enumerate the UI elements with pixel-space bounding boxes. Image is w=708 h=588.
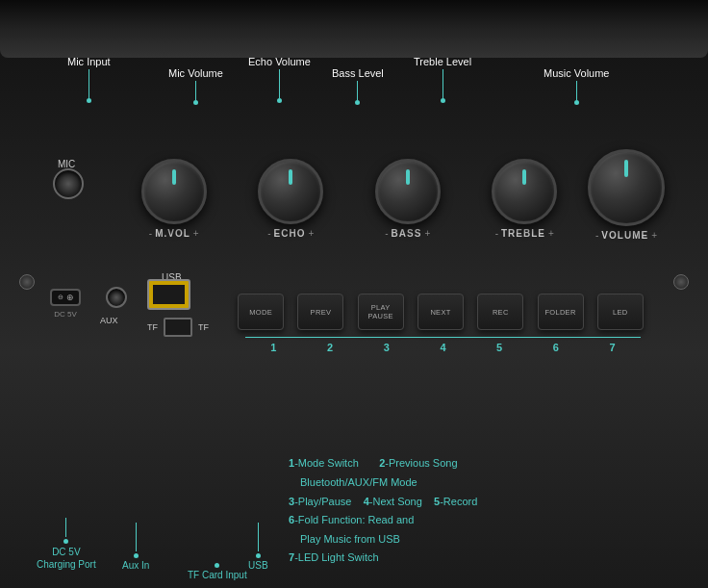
- mic-vol-minus: -: [149, 228, 152, 239]
- treble-level-label: Treble Level: [414, 56, 471, 67]
- num-5: 5: [476, 342, 522, 353]
- aux-in-jack[interactable]: [106, 287, 127, 308]
- top-bar: [0, 0, 708, 58]
- mic-input-jack[interactable]: [53, 168, 84, 199]
- tf-card-annotation: TF Card Input: [188, 570, 247, 580]
- next-button[interactable]: NEXT: [417, 294, 464, 330]
- music-volume-label: Music Volume: [544, 67, 609, 79]
- rec-button[interactable]: REC: [477, 294, 523, 330]
- teal-separator: [245, 337, 641, 338]
- desc-bt-mode: Bluetooth/AUX/FM Mode: [289, 474, 689, 492]
- desc-text-2: -Previous Song: [385, 457, 457, 469]
- descriptions-area: 1-Mode Switch 2-Previous Song Bluetooth/…: [289, 455, 689, 569]
- desc-text-4: -Next Song: [369, 496, 422, 507]
- desc-6: 6-Fold Function: Read and: [289, 512, 689, 529]
- tf-label-1: TF: [147, 322, 158, 332]
- screw-left: [19, 274, 35, 290]
- mic-vol-knob-group: - M.VOL +: [141, 159, 207, 239]
- desc-1-2: 1-Mode Switch 2-Previous Song: [289, 455, 689, 473]
- desc-text-6b: Play Music from USB: [289, 533, 400, 545]
- desc-7: 7-LED Light Switch: [289, 550, 689, 567]
- desc-bt-text: Bluetooth/AUX/FM Mode: [289, 476, 417, 488]
- mode-button[interactable]: MODE: [238, 294, 284, 330]
- mic-vol-label-row: - M.VOL +: [149, 228, 199, 239]
- treble-minus: -: [495, 228, 498, 239]
- bass-label-row: - BASS +: [385, 228, 430, 239]
- dc5v-annotation: DC 5VCharging Port: [37, 546, 96, 571]
- music-vol-knob[interactable]: [588, 149, 665, 226]
- music-vol-plus: +: [651, 230, 657, 241]
- dc-port-sublabel: DC 5V: [54, 310, 77, 319]
- echo-knob-group: - ECHO +: [258, 159, 323, 239]
- speaker-panel: Mic Input Mic Volume Echo Volume Bass Le…: [0, 0, 708, 588]
- echo-volume-label: Echo Volume: [248, 56, 311, 67]
- mic-vol-knob[interactable]: [141, 159, 207, 224]
- aux-in-annotation: Aux In: [122, 560, 149, 571]
- bass-plus: +: [424, 228, 430, 239]
- num-7: 7: [590, 342, 636, 353]
- aux-small-label: AUX: [100, 316, 118, 325]
- usb-port[interactable]: [147, 279, 190, 310]
- treble-plus: +: [548, 228, 554, 239]
- echo-label-row: - ECHO +: [267, 228, 314, 239]
- knobs-row: - M.VOL + - ECHO + - BASS +: [115, 159, 583, 239]
- desc-text-7: -LED Light Switch: [294, 551, 378, 563]
- num-4: 4: [419, 342, 466, 353]
- buttons-row: MODE PREV PLAY PAUSE NEXT REC FOLDER LED: [231, 294, 650, 330]
- mic-vol-label: M.VOL: [155, 228, 190, 239]
- screw-right: [673, 274, 689, 290]
- desc-text-6: -Fold Function: Read and: [294, 514, 414, 525]
- desc-text-3: -Play/Pause: [294, 496, 351, 507]
- music-vol-minus: -: [595, 230, 598, 241]
- mic-input-label: Mic Input: [67, 56, 111, 67]
- echo-minus: -: [267, 228, 270, 239]
- tf-card-slot[interactable]: [164, 318, 192, 337]
- music-vol-group: - VOLUME +: [588, 149, 665, 241]
- desc-text-5: -Record: [440, 496, 477, 507]
- tf-label-2: TF: [198, 322, 209, 332]
- bass-label: BASS: [392, 228, 422, 239]
- desc-3-4-5: 3-Play/Pause 4-Next Song 5-Record: [289, 494, 689, 511]
- treble-label-row: - TREBLE +: [495, 228, 554, 239]
- echo-knob[interactable]: [258, 159, 323, 224]
- music-vol-label-row: - VOLUME +: [595, 230, 657, 241]
- play-pause-button[interactable]: PLAY PAUSE: [358, 294, 404, 330]
- music-vol-label: VOLUME: [601, 230, 648, 241]
- bass-knob-group: - BASS +: [375, 159, 441, 239]
- treble-knob-group: - TREBLE +: [492, 159, 557, 239]
- treble-label: TREBLE: [501, 228, 545, 239]
- desc-text-1: -Mode Switch: [294, 457, 359, 469]
- num-1: 1: [250, 342, 296, 353]
- mic-vol-plus: +: [193, 228, 199, 239]
- dc-power-port[interactable]: ⊖ ⊕: [50, 289, 81, 306]
- bass-minus: -: [385, 228, 388, 239]
- folder-button[interactable]: FOLDER: [538, 294, 584, 330]
- numbers-row: 1 2 3 4 5 6 7: [245, 342, 641, 353]
- echo-plus: +: [308, 228, 314, 239]
- desc-6b: Play Music from USB: [289, 531, 689, 549]
- echo-label: ECHO: [274, 228, 306, 239]
- prev-button[interactable]: PREV: [297, 294, 343, 330]
- bass-level-label: Bass Level: [332, 67, 384, 79]
- bass-knob[interactable]: [375, 159, 441, 224]
- num-2: 2: [307, 342, 353, 353]
- num-3: 3: [364, 342, 410, 353]
- mic-volume-label: Mic Volume: [168, 67, 223, 79]
- led-button[interactable]: LED: [597, 294, 644, 330]
- num-6: 6: [533, 342, 579, 353]
- usb-annotation: USB: [248, 560, 268, 571]
- treble-knob[interactable]: [492, 159, 557, 224]
